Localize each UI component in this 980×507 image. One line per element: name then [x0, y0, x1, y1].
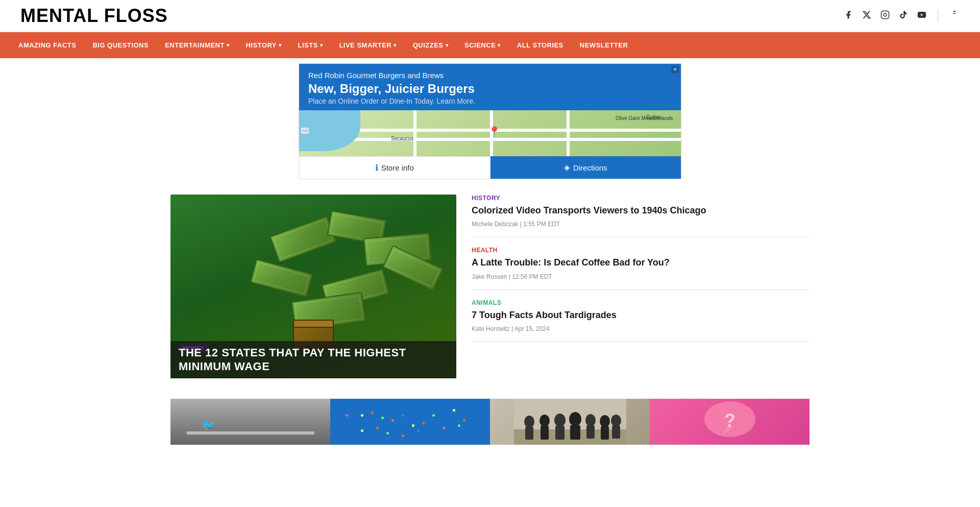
main-content: MONEY THE 12 STATES THAT PAY THE HIGHEST… [0, 184, 980, 389]
nav-item-history[interactable]: HISTORY ▾ [237, 32, 289, 58]
main-nav: AMAZING FACTS BIG QUESTIONS ENTERTAINMEN… [0, 32, 980, 58]
article-2-category: HEALTH [472, 247, 810, 254]
svg-rect-15 [586, 425, 595, 439]
svg-point-16 [600, 415, 610, 427]
thumb-pink-img: ? [650, 399, 810, 445]
map-dot [453, 409, 455, 412]
map-dot [346, 414, 348, 417]
svg-point-8 [540, 415, 550, 427]
twitter-icon[interactable] [862, 10, 871, 22]
map-dot [391, 419, 394, 422]
nav-item-quizzes[interactable]: QUIZZES ▾ [405, 32, 456, 58]
lists-dropdown-arrow: ▾ [320, 42, 323, 48]
thumb-item-3[interactable] [490, 399, 650, 445]
directions-arrow-icon: ◈ [564, 163, 570, 172]
featured-title: THE 12 STATES THAT PAY THE HIGHEST MINIM… [170, 341, 456, 378]
article-1-title[interactable]: Colorized Video Transports Viewers to 19… [472, 205, 810, 216]
thumb-item-1[interactable]: 🐦 [170, 399, 330, 445]
svg-rect-0 [881, 11, 889, 18]
sidebar-articles: HISTORY Colorized Video Transports Viewe… [472, 195, 810, 378]
ad-top: Red Robin Gourmet Burgers and Brews New,… [299, 64, 681, 110]
map-dot [463, 419, 465, 422]
bill-4 [250, 259, 313, 298]
svg-rect-7 [525, 427, 533, 440]
ad-restaurant-name: Red Robin Gourmet Burgers and Brews [308, 71, 672, 80]
map-background: 📍 Olive Gare Meadowlands Secaucus Gutter [299, 110, 681, 156]
nav-item-entertainment[interactable]: ENTERTAINMENT ▾ [157, 32, 237, 58]
store-info-button[interactable]: ℹ Store info [299, 156, 491, 179]
ad-actions: ℹ Store info ◈ Directions [299, 156, 681, 179]
map-label-gutter: Gutter [646, 114, 660, 120]
map-dot [361, 429, 363, 432]
youtube-icon[interactable] [917, 10, 926, 22]
article-1-category: HISTORY [472, 195, 810, 202]
instagram-icon[interactable] [880, 10, 890, 22]
ad-headline: New, Bigger, Juicier Burgers [308, 82, 672, 96]
sidebar-article-1: HISTORY Colorized Video Transports Viewe… [472, 195, 810, 237]
tiktok-icon[interactable] [899, 10, 908, 22]
bird-icon: 🐦 [201, 419, 215, 432]
map-dot [443, 427, 445, 429]
article-1-meta: Michele Debczak | 1:55 PM EDT [472, 221, 810, 228]
article-1-time: 1:55 PM EDT [523, 221, 560, 228]
article-2-meta: Jake Rossen | 12:56 PM EDT [472, 273, 810, 280]
svg-point-12 [569, 412, 581, 426]
nav-item-newsletter[interactable]: NEWSLETTER [572, 32, 636, 58]
ad-banner: Red Robin Gourmet Burgers and Brews New,… [299, 63, 681, 179]
thumb-item-4[interactable]: ? [650, 399, 810, 445]
ad-subtext: Place an Online Order or Dine-In Today. … [308, 97, 672, 105]
map-dot [432, 414, 435, 417]
ad-map: 📍 Olive Gare Meadowlands Secaucus Gutter… [299, 110, 681, 156]
map-dot [402, 414, 404, 417]
site-header: MENTAL FLOSS [0, 0, 980, 32]
svg-rect-19 [612, 426, 620, 439]
article-3-meta: Kate Horowitz | Apr 15, 2024 [472, 325, 810, 332]
sidebar-article-3: ANIMALS 7 Tough Facts About Tardigrades … [472, 290, 810, 342]
article-1-author: Michele Debczak [472, 221, 518, 228]
sidebar-article-2: HEALTH A Latte Trouble: Is Decaf Coffee … [472, 237, 810, 289]
map-location-pin: 📍 [488, 126, 501, 138]
map-dot [371, 412, 374, 414]
historic-silhouettes [514, 399, 626, 445]
featured-article[interactable]: MONEY THE 12 STATES THAT PAY THE HIGHEST… [170, 195, 456, 378]
ad-close-button[interactable]: × [671, 66, 679, 73]
article-3-author: Kate Horowitz [472, 325, 510, 332]
directions-button[interactable]: ◈ Directions [491, 156, 681, 179]
entertainment-dropdown-arrow: ▾ [227, 42, 230, 48]
ad-disclosure-label: Ad [301, 128, 309, 134]
thumb-historic-img [490, 399, 650, 445]
header-divider [938, 10, 938, 22]
accessibility-icon[interactable] [949, 10, 960, 22]
svg-rect-11 [555, 426, 565, 440]
map-label-olive: Olive Gare Meadowlands [616, 115, 673, 121]
svg-point-14 [585, 414, 596, 426]
map-dot [417, 429, 420, 432]
map-road [567, 110, 570, 156]
svg-rect-9 [541, 426, 549, 440]
svg-text:?: ? [724, 410, 736, 431]
map-dot [412, 424, 414, 427]
site-logo[interactable]: MENTAL FLOSS [20, 5, 168, 27]
nav-item-amazing-facts[interactable]: AMAZING FACTS [10, 32, 84, 58]
nav-item-big-questions[interactable]: BIG QUESTIONS [84, 32, 157, 58]
bill-1 [270, 215, 337, 263]
nav-item-all-stories[interactable]: ALL STORIES [509, 32, 572, 58]
nav-item-lists[interactable]: LISTS ▾ [290, 32, 331, 58]
article-3-date: Apr 15, 2024 [514, 325, 550, 332]
svg-point-3 [953, 10, 955, 12]
article-2-author: Jake Rossen [472, 273, 507, 280]
info-icon: ℹ [375, 163, 378, 173]
article-2-title[interactable]: A Latte Trouble: Is Decaf Coffee Bad for… [472, 257, 810, 269]
facebook-icon[interactable] [844, 10, 853, 22]
map-label-secaucus: Secaucus [391, 136, 413, 141]
thumb-item-2[interactable] [330, 399, 490, 445]
map-dot [381, 417, 384, 419]
article-3-title[interactable]: 7 Tough Facts About Tardigrades [472, 309, 810, 321]
quizzes-dropdown-arrow: ▾ [446, 42, 449, 48]
thumb-asphalt-img: 🐦 [170, 399, 330, 445]
header-icons [844, 10, 960, 22]
svg-point-10 [554, 414, 566, 427]
map-dot [376, 427, 379, 429]
nav-item-science[interactable]: SCIENCE ▾ [456, 32, 509, 58]
nav-item-live-smarter[interactable]: LIVE SMARTER ▾ [331, 32, 404, 58]
